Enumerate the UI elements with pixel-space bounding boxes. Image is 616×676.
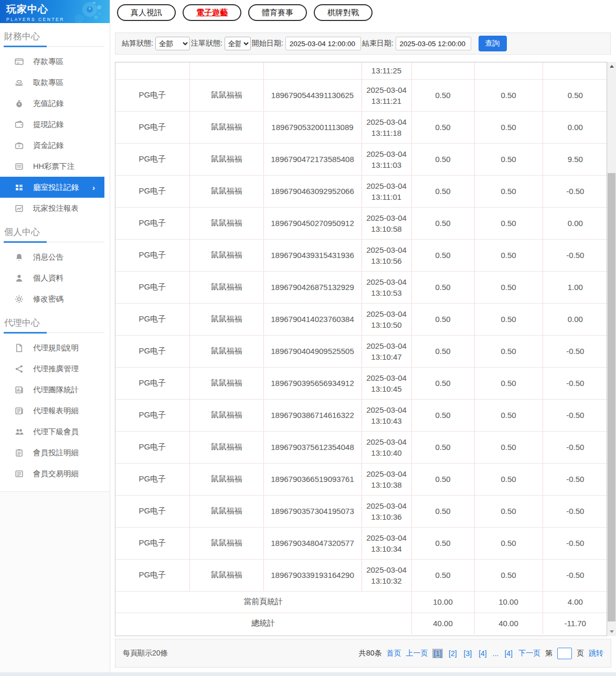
- cell-bet: 0.50: [411, 463, 474, 495]
- settle-status-select[interactable]: 全部: [155, 37, 190, 50]
- main-content: 真人視訊電子遊藝體育賽事棋牌對戰 結算狀態: 全部 注單狀態: 全部 開始日期:…: [111, 0, 616, 676]
- sidebar-item-HH彩票下注[interactable]: HH彩票下注: [0, 156, 104, 177]
- cell-order-no: 1896790463092952066: [263, 175, 362, 207]
- cell-order-no: 1896790472173585408: [263, 143, 362, 175]
- cell-vendor: PG电子: [115, 175, 189, 207]
- table-row[interactable]: PG电子鼠鼠福福18967904140237603842025-03-0413:…: [115, 303, 607, 335]
- table-row[interactable]: PG电子鼠鼠福福18967904393154319362025-03-0413:…: [115, 239, 607, 271]
- category-tab-體育賽事[interactable]: 體育賽事: [248, 4, 307, 21]
- end-date-input[interactable]: [396, 37, 471, 50]
- cell-time: 2025-03-0413:11:01: [362, 175, 411, 207]
- first-page-link[interactable]: 首页: [386, 649, 401, 658]
- category-tab-真人視訊[interactable]: 真人視訊: [117, 4, 176, 21]
- cell-bet: 0.50: [411, 239, 474, 271]
- sidebar-item-代理規則說明[interactable]: 代理規則說明: [0, 337, 104, 358]
- sidebar-item-代理團隊統計[interactable]: 代理團隊統計: [0, 379, 104, 400]
- table-row[interactable]: PG电子鼠鼠福福18967903480473205772025-03-0413:…: [115, 527, 607, 559]
- sidebar-item-消息公告[interactable]: 消息公告: [0, 246, 104, 267]
- page-number-link[interactable]: [1]: [432, 649, 443, 658]
- sidebar-item-資金記錄[interactable]: 資金記錄: [0, 135, 104, 156]
- sidebar-item-label: HH彩票下注: [33, 162, 75, 171]
- cell-valid-bet: 0.50: [474, 559, 543, 591]
- cell-bet: 0.50: [411, 143, 474, 175]
- jump-button[interactable]: 跳转: [589, 649, 603, 658]
- sidebar-item-代理報表明細[interactable]: 代理報表明細: [0, 400, 104, 421]
- sidebar-item-會員交易明細[interactable]: 會員交易明細: [0, 463, 104, 484]
- table-row[interactable]: PG电子鼠鼠福福18967903573041950732025-03-0413:…: [115, 495, 607, 527]
- table-row[interactable]: PG电子鼠鼠福福18967904502709509122025-03-0413:…: [115, 207, 607, 239]
- sidebar-item-會員投註明細[interactable]: 會員投註明細: [0, 442, 104, 463]
- scrollbar-thumb[interactable]: [608, 173, 615, 621]
- page-number-link[interactable]: [3]: [463, 649, 473, 658]
- sidebar-item-代理下級會員[interactable]: 代理下級會員: [0, 421, 104, 442]
- prev-page-link[interactable]: 上一页: [406, 649, 428, 658]
- page-number-link[interactable]: [2]: [448, 649, 458, 658]
- category-tabs: 真人視訊電子遊藝體育賽事棋牌對戰: [117, 4, 373, 21]
- cell-valid-bet: 0.50: [474, 207, 543, 239]
- cell-payoff: -0.50: [543, 367, 607, 399]
- sidebar-item-充值記錄[interactable]: ¥充值記錄: [0, 93, 104, 114]
- sidebar-item-label: 玩家投注報表: [33, 203, 79, 213]
- next-page-link[interactable]: 下一页: [518, 649, 540, 658]
- sidebar-item-個人資料[interactable]: 個人資料: [0, 267, 104, 288]
- search-button[interactable]: 查詢: [479, 36, 507, 51]
- table-row[interactable]: PG电子鼠鼠福福18967905320011130892025-03-0413:…: [115, 111, 607, 143]
- table-row[interactable]: PG电子鼠鼠福福18967904721735854082025-03-0413:…: [115, 143, 607, 175]
- sidebar-item-label: 會員投註明細: [33, 448, 79, 458]
- table-scrollbar[interactable]: [607, 62, 616, 636]
- page-number-link[interactable]: [4]: [477, 649, 488, 658]
- sidebar-item-取款專區[interactable]: 取款專區: [0, 72, 104, 93]
- scroll-down-arrow[interactable]: [607, 627, 616, 636]
- cell-valid-bet: 0.50: [474, 463, 543, 495]
- page-number-link[interactable]: [4]: [503, 649, 514, 658]
- table-row[interactable]: PG电子鼠鼠福福18967904630929520662025-03-0413:…: [115, 175, 607, 207]
- cell-game: 鼠鼠福福: [189, 527, 263, 559]
- sidebar-item-修改密碼[interactable]: 修改密碼: [0, 288, 104, 309]
- table-row[interactable]: PG电子鼠鼠福福18967903867146163222025-03-0413:…: [115, 399, 607, 431]
- cell-payoff: 1.00: [543, 271, 607, 303]
- cell-empty: [115, 62, 189, 79]
- table-row[interactable]: PG电子鼠鼠福福18967903956569349122025-03-0413:…: [115, 367, 607, 399]
- page: 玩家中心 PLAYERS CENTER 財務中心存款專區取款專區¥充值記錄提現記…: [0, 0, 616, 676]
- cell-game: 鼠鼠福福: [189, 303, 263, 335]
- table-row[interactable]: PG电子鼠鼠福福18967903391931642902025-03-0413:…: [115, 559, 607, 591]
- doc-icon: [15, 344, 24, 352]
- sidebar-item-代理推廣管理[interactable]: 代理推廣管理: [0, 358, 104, 379]
- members-icon: [15, 427, 24, 436]
- sidebar-item-提現記錄[interactable]: 提現記錄: [0, 114, 104, 135]
- cell-game: 鼠鼠福福: [189, 495, 263, 527]
- category-tab-棋牌對戰[interactable]: 棋牌對戰: [314, 4, 373, 21]
- cell-vendor: PG电子: [115, 271, 189, 303]
- jump-page-input[interactable]: [557, 648, 572, 659]
- table-row[interactable]: PG电子鼠鼠福福18967904268751329292025-03-0413:…: [115, 271, 607, 303]
- cell-game: 鼠鼠福福: [189, 207, 263, 239]
- cell-payoff: 0.00: [543, 303, 607, 335]
- sidebar-item-label: 修改密碼: [33, 294, 63, 304]
- table-row[interactable]: PG电子鼠鼠福福18967903756123540482025-03-0413:…: [115, 431, 607, 463]
- start-date-input[interactable]: [285, 37, 361, 50]
- summary-label: 總統計: [115, 613, 411, 634]
- sidebar-item-玩家投注報表[interactable]: 玩家投注報表: [0, 198, 104, 219]
- cell-vendor: PG电子: [115, 79, 189, 111]
- cell-game: 鼠鼠福福: [189, 559, 263, 591]
- order-status-select[interactable]: 全部: [225, 37, 251, 50]
- cell-bet: 0.50: [411, 527, 474, 559]
- cell-time: 2025-03-0413:10:45: [362, 367, 411, 399]
- summary-valid-bet: 40.00: [474, 613, 543, 634]
- sidebar-item-label: 資金記錄: [33, 141, 63, 151]
- sidebar-item-存款專區[interactable]: 存款專區: [0, 51, 104, 72]
- summary-valid-bet: 10.00: [474, 591, 543, 613]
- sidebar-item-廳室投註記錄[interactable]: 廳室投註記錄›: [0, 177, 104, 198]
- category-tab-電子遊藝[interactable]: 電子遊藝: [183, 4, 241, 21]
- cell-time: 2025-03-0413:10:40: [362, 431, 411, 463]
- cell-order-no: 1896790395656934912: [263, 367, 362, 399]
- scroll-up-arrow[interactable]: [607, 62, 616, 71]
- cell-bet: 0.50: [411, 271, 474, 303]
- bell-icon: [15, 253, 24, 262]
- cell-time: 2025-03-0413:11:21: [362, 79, 411, 111]
- table-row[interactable]: PG电子鼠鼠福福18967903665190937612025-03-0413:…: [115, 463, 607, 495]
- table-row[interactable]: PG电子鼠鼠福福18967904049095255052025-03-0413:…: [115, 335, 607, 367]
- cell-order-no: 1896790439315431936: [263, 239, 362, 271]
- table-row[interactable]: PG电子鼠鼠福福18967905443911306252025-03-0413:…: [115, 79, 607, 111]
- cell-time: 2025-03-0413:10:38: [362, 463, 411, 495]
